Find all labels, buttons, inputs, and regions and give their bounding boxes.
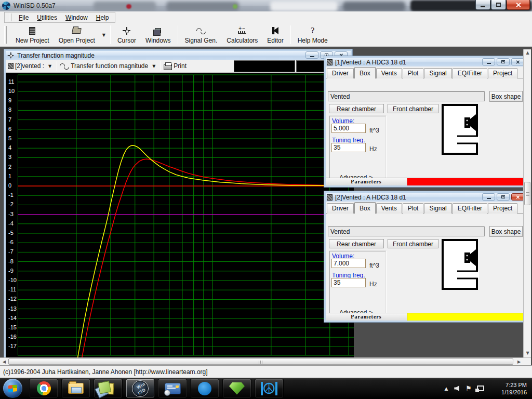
mdi-horizontal-scrollbar[interactable]: ◀ ▶ [0, 357, 531, 365]
taskbar-peace-app-button[interactable]: ☮ [255, 379, 284, 398]
scroll-up-icon[interactable]: ▲ [524, 49, 531, 57]
menu-help[interactable]: Help [92, 13, 113, 22]
front-chamber-button[interactable]: Front chamber [388, 239, 438, 248]
project1-titlebar[interactable]: [1]Vented : A HDC3 18 d1 [326, 58, 527, 66]
tab-eq-filter[interactable]: EQ/Filter [453, 68, 487, 78]
box-shape-button[interactable]: Box shape [489, 91, 523, 102]
scroll-down-icon[interactable]: ▼ [524, 350, 531, 357]
project1-minimize-button[interactable] [482, 58, 495, 65]
rear-chamber-button[interactable]: Rear chamber [329, 239, 384, 248]
tab-project[interactable]: Project [488, 68, 517, 78]
box-type-field[interactable]: Vented [328, 227, 485, 236]
front-chamber-button[interactable]: Front chamber [388, 104, 438, 113]
project2-tabs: DriverBoxVentsPlotSignalEQ/FilterProject [326, 203, 527, 214]
scroll-right-icon[interactable]: ▶ [515, 358, 523, 365]
volume-input[interactable] [331, 259, 366, 268]
parameters-label[interactable]: Parameters [326, 178, 407, 185]
plot-minimize-button[interactable] [305, 51, 318, 59]
plot-window-titlebar[interactable]: Transfer function magnitude [6, 51, 351, 60]
tab-vents[interactable]: Vents [376, 68, 402, 78]
tab-box[interactable]: Box [354, 67, 376, 78]
project-window-2[interactable]: [2]Vented : A HDC3 18 d1 DriverBoxVentsP… [324, 191, 529, 322]
scrollbar-thumb[interactable] [524, 182, 530, 205]
calculators-button[interactable]: Calculators [222, 23, 262, 46]
cursor-readout-frequency [234, 60, 295, 72]
taskbar-green-gem-app-button[interactable] [222, 379, 251, 398]
help-mode-button[interactable]: ?Help Mode [293, 23, 332, 46]
project-selector[interactable]: [2]vented : [15, 62, 44, 70]
chevron-down-icon[interactable]: ▼ [46, 64, 54, 69]
box-type-field[interactable]: Vented [328, 91, 485, 101]
parameters-bar[interactable]: Parameters [326, 178, 527, 185]
parameters-progress [407, 178, 527, 185]
taskbar-file-explorer-button[interactable] [61, 379, 90, 398]
separator [178, 25, 178, 44]
chevron-down-icon[interactable]: ▼ [100, 33, 108, 37]
close-button[interactable] [507, 0, 530, 10]
project2-title: [2]Vented : A HDC3 18 d1 [335, 194, 406, 201]
mdi-vertical-scrollbar[interactable]: ▲ ▼ [523, 49, 531, 357]
tab-plot[interactable]: Plot [403, 203, 424, 214]
scroll-left-icon[interactable]: ◀ [1, 358, 8, 365]
new-project-button[interactable]: New Project [11, 23, 54, 46]
tab-driver[interactable]: Driver [327, 68, 354, 78]
print-button[interactable]: Print [174, 62, 187, 70]
tab-signal[interactable]: Signal [424, 68, 451, 78]
menu-items: FileUtilitiesWindowHelp [4, 12, 115, 23]
taskbar-chrome-button[interactable] [29, 379, 58, 398]
project1-close-button[interactable] [511, 58, 524, 65]
tab-driver[interactable]: Driver [327, 203, 354, 214]
network-icon[interactable] [477, 385, 484, 391]
transfer-function-chart[interactable]: 11109876543210-1-2-3-4-5-6-7-8-9-10-11-1… [6, 73, 351, 361]
project2-restore-button[interactable] [497, 193, 510, 201]
tuning-unit: Hz [369, 145, 377, 153]
graph-type-selector[interactable]: Transfer function magnitude [71, 62, 148, 70]
taskbar-blue-circle-app-button[interactable] [190, 379, 219, 398]
minimize-button[interactable] [475, 0, 490, 10]
tab-eq-filter[interactable]: EQ/Filter [453, 203, 487, 214]
chevron-down-icon[interactable]: ▼ [150, 64, 158, 69]
tab-plot[interactable]: Plot [403, 68, 424, 78]
signal-gen--button[interactable]: Signal Gen. [180, 23, 222, 46]
windows-button[interactable]: Windows [141, 23, 176, 46]
project1-restore-button[interactable] [497, 58, 510, 65]
volume-icon[interactable] [454, 385, 459, 391]
tab-box[interactable]: Box [354, 202, 376, 214]
start-menu-button[interactable] [3, 379, 22, 398]
project2-close-button[interactable] [511, 193, 524, 201]
tuning-freq-input[interactable] [331, 278, 366, 287]
menu-bar: FileUtilitiesWindowHelp [0, 11, 532, 23]
maximize-button[interactable] [491, 0, 506, 10]
scrollbar-thumb[interactable] [8, 358, 513, 365]
tab-project[interactable]: Project [488, 203, 517, 214]
show-hidden-icons-button[interactable]: ▲ [444, 386, 448, 391]
project2-titlebar[interactable]: [2]Vented : A HDC3 18 d1 [326, 193, 527, 202]
menu-utilities[interactable]: Utilities [33, 13, 61, 22]
tab-vents[interactable]: Vents [376, 203, 402, 214]
project2-minimize-button[interactable] [482, 193, 495, 201]
chart-plot-area[interactable]: 2050100200500 [18, 73, 354, 361]
parameters-bar[interactable]: Parameters [326, 313, 527, 321]
tab-signal[interactable]: Signal [424, 203, 451, 214]
taskbar-sticky-notes-button[interactable] [94, 379, 123, 398]
volume-input[interactable] [331, 124, 366, 133]
tuning-freq-input[interactable] [331, 143, 366, 152]
plot-window[interactable]: Transfer function magnitude [2]vented : … [4, 49, 352, 362]
taskbar-winisd-button[interactable]: WinISD [126, 379, 155, 398]
box-shape-button[interactable]: Box shape [489, 226, 523, 237]
project-window-1[interactable]: [1]Vented : A HDC3 18 d1 DriverBoxVentsP… [324, 56, 529, 187]
menu-window[interactable]: Window [61, 13, 92, 22]
editor-button[interactable]: Editor [262, 23, 288, 46]
system-tray: ▲ ⚑ 7:23 PM 1/19/2016 [444, 378, 532, 399]
cursor-button[interactable]: Cursor [113, 23, 141, 46]
menu-file[interactable]: File [15, 13, 33, 22]
taskbar-clock[interactable]: 7:23 PM 1/19/2016 [490, 381, 527, 396]
background-window-blur [343, 2, 405, 11]
new-project-icon [29, 25, 35, 36]
parameters-label[interactable]: Parameters [326, 313, 407, 321]
open-project-button[interactable]: Open Project [54, 23, 100, 46]
action-center-flag-icon[interactable]: ⚑ [466, 384, 472, 392]
rear-chamber-button[interactable]: Rear chamber [329, 104, 384, 113]
taskbar-control-panel-button[interactable] [158, 379, 187, 398]
app-titlebar[interactable]: WinISD 0.50a7 [0, 0, 532, 11]
